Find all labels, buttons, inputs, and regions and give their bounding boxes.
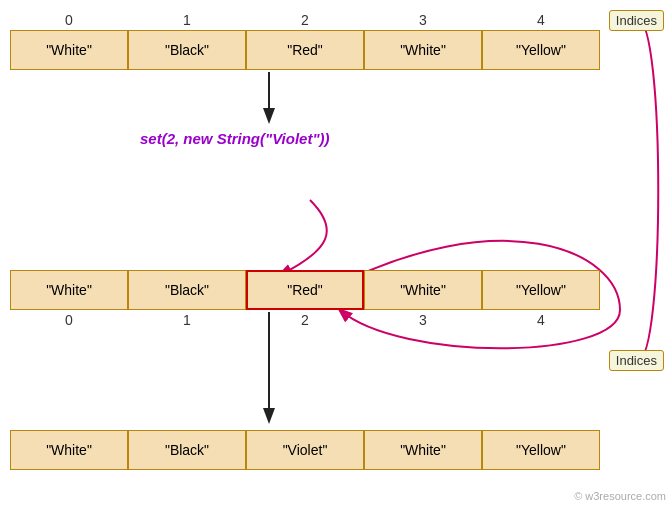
array-row-3: "White" "Black" "Violet" "White" "Yellow… bbox=[10, 430, 600, 470]
watermark: © w3resource.com bbox=[574, 490, 666, 502]
array1-cell-2: "Red" bbox=[246, 30, 364, 70]
array3-cell-3: "White" bbox=[364, 430, 482, 470]
index-0-top: 0 bbox=[10, 12, 128, 28]
diagram-container: 0 1 2 3 4 "White" "Black" "Red" "White" … bbox=[0, 0, 672, 506]
array1-cell-4: "Yellow" bbox=[482, 30, 600, 70]
array-row-1: "White" "Black" "Red" "White" "Yellow" bbox=[10, 30, 600, 70]
array3-cell-1: "Black" bbox=[128, 430, 246, 470]
index-3-top: 3 bbox=[364, 12, 482, 28]
array3-cell-0: "White" bbox=[10, 430, 128, 470]
array1-cell-1: "Black" bbox=[128, 30, 246, 70]
array2-cell-2: "Red" bbox=[246, 270, 364, 310]
index-4-top: 4 bbox=[482, 12, 600, 28]
array2-cell-0: "White" bbox=[10, 270, 128, 310]
index2-4-bot: 4 bbox=[482, 312, 600, 328]
array2-cell-3: "White" bbox=[364, 270, 482, 310]
index2-3-bot: 3 bbox=[364, 312, 482, 328]
index2-1-bot: 1 bbox=[128, 312, 246, 328]
indices-badge-2: Indices bbox=[609, 350, 664, 371]
indices-row-2-bottom: 0 1 2 3 4 bbox=[10, 312, 600, 328]
set-label: set(2, new String("Violet")) bbox=[140, 130, 330, 147]
index-1-top: 1 bbox=[128, 12, 246, 28]
indices-badge-1: Indices bbox=[609, 10, 664, 31]
index-2-top: 2 bbox=[246, 12, 364, 28]
array2-cell-4: "Yellow" bbox=[482, 270, 600, 310]
array3-cell-4: "Yellow" bbox=[482, 430, 600, 470]
index2-2-bot: 2 bbox=[246, 312, 364, 328]
indices-row-1-top: 0 1 2 3 4 bbox=[10, 12, 600, 28]
index2-0-bot: 0 bbox=[10, 312, 128, 328]
array1-cell-3: "White" bbox=[364, 30, 482, 70]
array3-cell-2: "Violet" bbox=[246, 430, 364, 470]
array-row-2: "White" "Black" "Red" "White" "Yellow" bbox=[10, 270, 600, 310]
array2-cell-1: "Black" bbox=[128, 270, 246, 310]
array1-cell-0: "White" bbox=[10, 30, 128, 70]
